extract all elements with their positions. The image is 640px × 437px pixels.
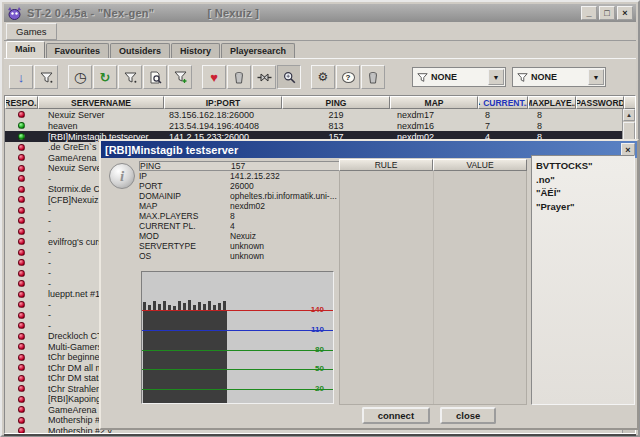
view-details-button[interactable]: [143, 65, 167, 89]
chevron-down-icon[interactable]: ▼: [488, 69, 504, 85]
column-header-maxplaye[interactable]: MAXPLAYE...: [528, 96, 576, 109]
plug-icon: [257, 71, 272, 84]
question-bubble-icon: ?: [342, 72, 355, 83]
refresh-button[interactable]: ↻: [93, 65, 117, 89]
status-dot-red: [18, 196, 25, 203]
table-row[interactable]: Nexuiz Server83.156.162.18:26000219nexdm…: [5, 109, 622, 120]
column-header-respo[interactable]: RESPO..: [5, 96, 38, 109]
tab-outsiders[interactable]: Outsiders: [110, 43, 170, 58]
connect-button[interactable]: connect: [362, 407, 430, 424]
status-dot-red: [18, 228, 25, 235]
gridline-label: 110: [311, 325, 324, 334]
status-dot-red: [18, 111, 25, 118]
property-label: CURRENT PL.: [139, 221, 230, 231]
menu-games[interactable]: Games: [6, 23, 57, 40]
connect-tool-button[interactable]: [252, 65, 276, 89]
cell-ip: 213.54.194.196:40408: [164, 120, 282, 131]
tab-history[interactable]: History: [171, 43, 220, 58]
cell-map: nexdm17: [390, 109, 478, 120]
tab-main[interactable]: Main: [6, 41, 45, 58]
player-list: BVTTOCKS".no""ÄÉÍ""Prayer": [531, 155, 635, 405]
tab-bar: MainFavouritesOutsidersHistoryPlayersear…: [4, 41, 636, 58]
close-button[interactable]: ×: [617, 6, 633, 20]
gear-icon: ⚙: [318, 71, 329, 83]
cell-password: [576, 120, 622, 131]
cell-ip: 83.156.162.18:26000: [164, 109, 282, 120]
tab-favourites[interactable]: Favourites: [46, 43, 110, 58]
column-header-servername[interactable]: SERVERNAME: [38, 96, 164, 109]
cell-current: 8: [478, 109, 528, 120]
maximize-button[interactable]: □: [599, 6, 615, 20]
filter-dropdown-1-value: NONE: [431, 72, 488, 82]
property-label: OS: [139, 251, 230, 261]
status-dot-red: [18, 186, 25, 193]
status-dot-red: [18, 249, 25, 256]
funnel-icon: [124, 71, 137, 84]
property-label: MAP: [139, 201, 230, 211]
favourite-button[interactable]: ♥: [202, 65, 226, 89]
status-dot-green: [18, 133, 25, 140]
player-name: .no": [536, 173, 630, 187]
filter-button[interactable]: [34, 65, 58, 89]
status-dot-red: [18, 144, 25, 151]
column-header-map[interactable]: MAP: [390, 96, 478, 109]
column-header-password[interactable]: PASSWORD: [576, 96, 624, 109]
funnel-plus-icon: [174, 71, 187, 84]
status-dot-red: [18, 238, 25, 245]
dialog-close-action-button[interactable]: close: [440, 407, 496, 424]
status-dot-red: [18, 322, 25, 329]
property-row: MODNexuiz: [139, 231, 372, 241]
filter-refresh-button[interactable]: [118, 65, 142, 89]
filter-dropdown-1[interactable]: NONE ▼: [412, 67, 506, 87]
trash-icon: [367, 71, 379, 84]
value-column-header[interactable]: VALUE: [433, 159, 527, 171]
status-dot-red: [18, 207, 25, 214]
table-row[interactable]: heaven213.54.194.196:40408813nexdm1678: [5, 120, 622, 131]
status-dot-red: [18, 165, 25, 172]
property-row: IP141.2.15.232: [139, 171, 372, 181]
property-row: DOMAINIPopheltes.rbi.informatik.uni-...: [139, 191, 372, 201]
rule-column-header[interactable]: RULE: [339, 159, 433, 171]
column-header-current[interactable]: ▲CURRENT...: [478, 96, 528, 109]
filter-dropdown-2[interactable]: NONE ▼: [512, 67, 606, 87]
clear-list-button[interactable]: [361, 65, 385, 89]
window-game-label: [ Nexuiz ]: [207, 7, 259, 19]
funnel-icon: [40, 71, 53, 84]
property-label: SERVERTYPE: [139, 241, 230, 251]
status-dot-red: [18, 417, 25, 424]
gridline-110: 110: [142, 330, 333, 331]
trash-icon: [233, 71, 245, 84]
gridline-80: 80: [142, 350, 333, 351]
down-arrow-icon: ↓: [18, 71, 25, 84]
toolbar: ↓ ◷ ↻ ♥ ⚙ ? NONE ▼ NONE: [4, 61, 636, 93]
dialog-title: [RBI]Minstagib testserver: [105, 144, 238, 156]
gridline-20: 20: [142, 389, 333, 390]
player-name: "Prayer": [536, 200, 630, 214]
options-button[interactable]: ⚙: [311, 65, 335, 89]
update-serverlist-button[interactable]: ↓: [9, 65, 33, 89]
help-button[interactable]: ?: [336, 65, 360, 89]
gridline-140: 140: [142, 310, 333, 311]
column-header-ipport[interactable]: IP:PORT: [164, 96, 282, 109]
ping-time-button[interactable]: ◷: [68, 65, 92, 89]
filter-add-button[interactable]: [168, 65, 192, 89]
panel-bottom-edge: [4, 434, 636, 436]
status-dot-red: [18, 270, 25, 277]
delete-server-button[interactable]: [227, 65, 251, 89]
server-properties: PING157IP141.2.15.232PORT26000DOMAINIPop…: [139, 161, 372, 261]
scroll-up-icon[interactable]: ▲: [623, 109, 635, 121]
cell-max: 8: [528, 120, 576, 131]
tab-playersearch[interactable]: Playersearch: [221, 43, 295, 58]
cell-ping: 219: [282, 109, 390, 120]
property-row: MAPnexdm02: [139, 201, 372, 211]
column-header-ping[interactable]: PING: [282, 96, 390, 109]
zoom-button[interactable]: [277, 65, 301, 89]
minimize-button[interactable]: _: [581, 6, 597, 20]
gridline-label: 20: [315, 384, 324, 393]
property-label: MAX.PLAYERS: [139, 211, 230, 221]
gridline-50: 50: [142, 369, 333, 370]
refresh-icon: ↻: [100, 71, 111, 84]
chevron-down-icon[interactable]: ▼: [588, 69, 604, 85]
application-window: ST-2 0.4.5a - "Nex-gen" [ Nexuiz ] _ □ ×…: [0, 0, 640, 437]
ping-history-chart: 140110805020: [141, 271, 334, 404]
